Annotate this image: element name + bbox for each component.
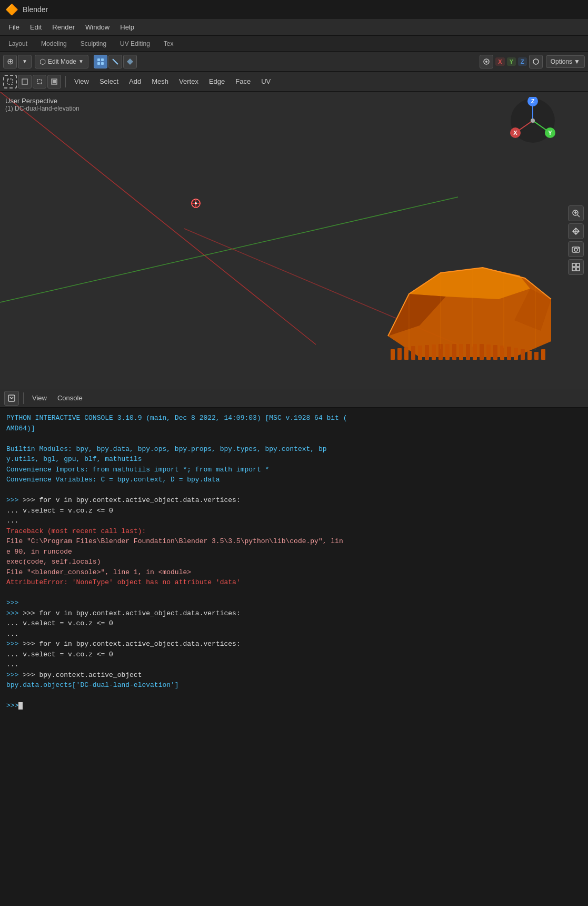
svg-rect-2 — [97, 62, 100, 65]
axis-z-label[interactable]: Z — [518, 57, 527, 66]
console-builtin: Builtin Modules: bpy, bpy.data, bpy.ops,… — [6, 444, 582, 455]
select-box-tool[interactable] — [3, 75, 17, 88]
svg-marker-19 — [409, 268, 530, 299]
console-traceback-2: e 90, in runcode — [6, 547, 582, 557]
menu-item-window[interactable]: Window — [81, 21, 114, 33]
menu-item-help[interactable]: Help — [116, 21, 138, 33]
camera-icon[interactable] — [568, 241, 584, 257]
transform-group: ⊕ ▼ — [3, 55, 32, 68]
svg-rect-73 — [572, 263, 575, 267]
select-lasso-tool[interactable] — [33, 75, 46, 88]
svg-rect-75 — [572, 268, 575, 271]
selector-tools — [94, 55, 137, 68]
console-traceback-1: File "C:\Program Files\Blender Foundatio… — [6, 536, 582, 547]
console-cmd-12: ... v.select = v.co.z <= 0 — [6, 618, 582, 629]
svg-rect-27 — [425, 345, 429, 360]
tab-modeling[interactable]: Modeling — [35, 38, 73, 50]
svg-rect-36 — [486, 344, 491, 360]
console-cmd-1: ... v.select = v.co.z <= 0 — [6, 506, 582, 516]
console-cmd-15: ... v.select = v.co.z <= 0 — [6, 649, 582, 660]
axis-x-label[interactable]: X — [495, 57, 504, 66]
svg-text:X: X — [513, 130, 517, 136]
console-console-btn[interactable]: Console — [53, 392, 87, 404]
transform-dropdown[interactable]: ▼ — [18, 55, 32, 68]
pan-icon[interactable] — [568, 223, 584, 239]
svg-rect-14 — [53, 80, 56, 83]
pivot-icon[interactable]: ⊕ — [3, 55, 17, 68]
tab-layout[interactable]: Layout — [2, 38, 34, 50]
mode-dropdown[interactable]: ⬡ Edit Mode ▼ — [35, 55, 88, 68]
svg-marker-12 — [37, 80, 42, 84]
menu-item-file[interactable]: File — [4, 21, 24, 33]
header-mesh[interactable]: Mesh — [147, 75, 173, 87]
console-cursor — [18, 702, 23, 710]
svg-line-67 — [577, 215, 580, 217]
console-traceback-header: Traceback (most recent call last): — [6, 526, 582, 537]
axis-y-label[interactable]: Y — [507, 57, 516, 66]
workspace-tabs: Layout Modeling Sculpting UV Editing Tex — [0, 36, 588, 52]
console-traceback-4: File "<blender_console>", line 1, in <mo… — [6, 567, 582, 578]
console-cmd-2: ... — [6, 516, 582, 526]
snap-group: X Y Z — [480, 55, 542, 68]
console-input-line[interactable]: >>> — [6, 701, 582, 711]
svg-rect-0 — [97, 58, 100, 61]
header-select[interactable]: Select — [95, 75, 123, 87]
tab-uv-editing[interactable]: UV Editing — [114, 38, 156, 50]
console-blank2 — [6, 485, 582, 496]
svg-rect-30 — [445, 344, 450, 360]
svg-text:Z: Z — [531, 98, 535, 104]
svg-line-4 — [113, 59, 118, 64]
tab-tex[interactable]: Tex — [157, 38, 180, 50]
console-cmd-0: >>> >>> for v in bpy.context.active_obje… — [6, 495, 582, 506]
console-blank3 — [6, 588, 582, 598]
header-add[interactable]: Add — [125, 75, 145, 87]
header-view[interactable]: View — [70, 75, 93, 87]
svg-marker-5 — [127, 58, 133, 65]
menu-item-render[interactable]: Render — [48, 21, 79, 33]
zoom-icon[interactable] — [568, 205, 584, 221]
tab-sculpting[interactable]: Sculpting — [74, 38, 113, 50]
blender-logo: 🔶 — [5, 3, 18, 16]
face-select-btn[interactable] — [123, 55, 137, 68]
svg-rect-24 — [404, 347, 408, 360]
grid-icon[interactable] — [568, 259, 584, 275]
options-button[interactable]: Options ▼ — [546, 55, 585, 68]
svg-point-72 — [578, 248, 579, 249]
select-extra-tool[interactable] — [47, 75, 61, 88]
header-edge[interactable]: Edge — [205, 75, 229, 87]
svg-point-8 — [533, 59, 539, 64]
console-cmd-17: >>> >>> bpy.context.active_object — [6, 670, 582, 681]
svg-point-71 — [574, 248, 577, 251]
select-circle-tool[interactable] — [18, 75, 32, 88]
svg-rect-25 — [411, 346, 415, 360]
console-view-btn[interactable]: View — [28, 392, 51, 404]
snap-icon[interactable] — [480, 55, 493, 68]
viewport-header2: View Select Add Mesh Vertex Edge Face UV — [0, 72, 588, 92]
console-blank1 — [6, 434, 582, 444]
proportional-icon[interactable] — [529, 55, 543, 68]
svg-rect-41 — [521, 349, 525, 360]
svg-rect-74 — [576, 263, 580, 267]
header-vertex[interactable]: Vertex — [175, 75, 203, 87]
svg-rect-33 — [466, 344, 470, 360]
svg-rect-1 — [101, 58, 104, 61]
app-title: Blender — [23, 5, 48, 14]
mode-label: Edit Mode — [48, 58, 76, 65]
svg-rect-3 — [101, 62, 104, 65]
menu-bar: File Edit Render Window Help — [0, 19, 588, 36]
viewport-canvas[interactable]: User Perspective (1) DC-dual-land-elevat… — [0, 92, 588, 389]
nav-gizmo[interactable]: Z Y X — [509, 97, 556, 144]
console-header: View Console — [0, 389, 588, 408]
console-icon-btn[interactable] — [4, 391, 19, 406]
console-body[interactable]: PYTHON INTERACTIVE CONSOLE 3.10.9 (main,… — [0, 408, 588, 906]
header-face[interactable]: Face — [231, 75, 255, 87]
vertex-select-btn[interactable] — [94, 55, 107, 68]
viewport-toolbar: ⊕ ▼ ⬡ Edit Mode ▼ — [0, 52, 588, 72]
svg-point-54 — [195, 202, 197, 204]
svg-rect-32 — [459, 344, 463, 360]
edge-select-btn[interactable] — [108, 55, 122, 68]
mesh-object — [377, 252, 556, 373]
crosshair — [190, 197, 200, 208]
header-uv[interactable]: UV — [257, 75, 275, 87]
menu-item-edit[interactable]: Edit — [26, 21, 46, 33]
